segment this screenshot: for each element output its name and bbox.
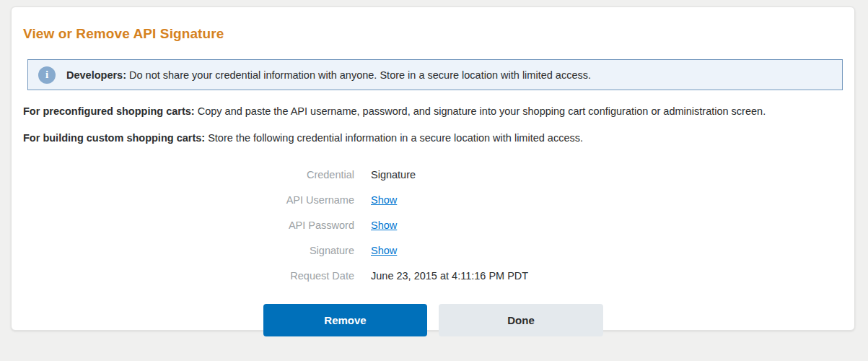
request-date-row: Request Date June 23, 2015 at 4:11:16 PM…	[23, 263, 843, 288]
notice-body: Do not share your credential information…	[129, 69, 591, 81]
info-icon: i	[38, 66, 56, 84]
credential-row: Credential Signature	[23, 162, 843, 187]
credential-label: Credential	[23, 169, 354, 180]
remove-button[interactable]: Remove	[263, 304, 427, 336]
show-api-username-link[interactable]: Show	[371, 194, 397, 206]
signature-label: Signature	[23, 245, 354, 256]
notice-text: Developers: Do not share your credential…	[66, 69, 591, 81]
action-buttons: Remove Done	[263, 304, 843, 336]
paragraph-bold-lead: For building custom shopping carts:	[23, 132, 205, 144]
api-password-row: API Password Show	[23, 212, 843, 238]
api-username-label: API Username	[23, 194, 354, 206]
paragraph-bold-lead: For preconfigured shopping carts:	[23, 105, 195, 117]
request-date-value: June 23, 2015 at 4:11:16 PM PDT	[371, 270, 528, 282]
request-date-label: Request Date	[23, 270, 354, 282]
credential-value: Signature	[371, 169, 416, 180]
notice-bold-lead: Developers:	[66, 69, 126, 81]
signature-row: Signature Show	[23, 238, 843, 263]
api-password-label: API Password	[23, 219, 354, 231]
api-username-row: API Username Show	[23, 187, 843, 212]
credentials-list: Credential Signature API Username Show A…	[23, 162, 843, 288]
page-title: View or Remove API Signature	[23, 26, 843, 42]
show-signature-link[interactable]: Show	[371, 245, 397, 256]
show-api-password-link[interactable]: Show	[371, 219, 397, 231]
api-signature-panel: View or Remove API Signature i Developer…	[11, 6, 855, 331]
done-button[interactable]: Done	[439, 304, 603, 336]
paragraph-body: Copy and paste the API username, passwor…	[198, 105, 766, 117]
paragraph-body: Store the following credential informati…	[208, 132, 583, 144]
developers-notice: i Developers: Do not share your credenti…	[27, 59, 843, 90]
preconfigured-carts-paragraph: For preconfigured shopping carts: Copy a…	[23, 105, 843, 117]
custom-carts-paragraph: For building custom shopping carts: Stor…	[23, 132, 843, 144]
